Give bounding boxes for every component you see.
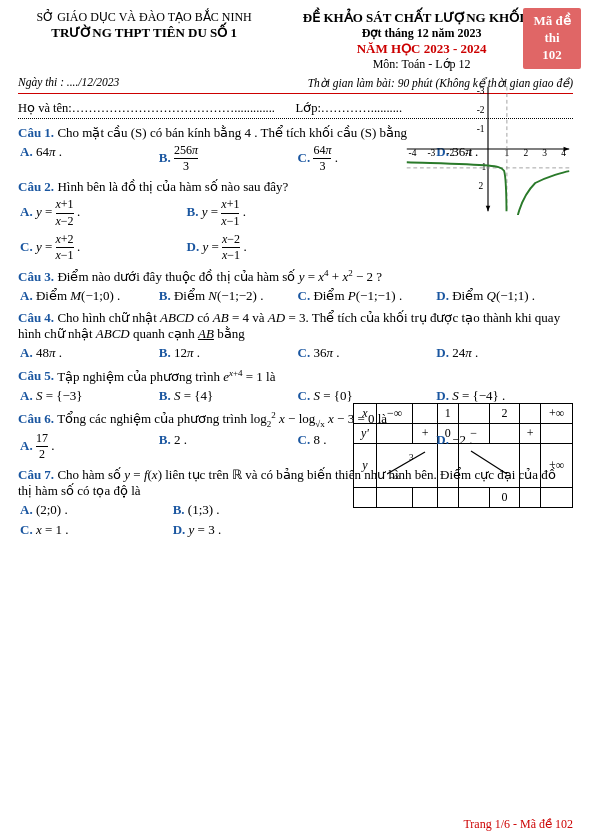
q5-optA: A. S = {−3} <box>18 387 157 405</box>
q2-label: Câu 2. <box>18 179 54 194</box>
q1-label: Câu 1. <box>18 125 54 140</box>
q5-optB: B. S = {4} <box>157 387 296 405</box>
svg-text:-1: -1 <box>477 124 485 134</box>
q1-text: Cho mặt cầu (S) có bán kính bằng 4 . Thể… <box>57 125 407 140</box>
svg-text:1: 1 <box>481 162 486 172</box>
q6-optC: C. 8 . <box>296 431 435 462</box>
q2-optA: A. y = x+1x−2 . <box>18 197 185 228</box>
q2-optB: B. y = x+1x−1 . <box>185 197 352 228</box>
page: SỞ GIÁO DỤC VÀ ĐÀO TẠO BẮC NINH TRƯỜNG T… <box>0 0 591 840</box>
q4-optA: A. 48π . <box>18 344 157 362</box>
q5-text: Tập nghiệm của phương trình ex+4 = 1 là <box>57 369 275 384</box>
q1-optA: A. 64π . <box>18 143 157 174</box>
footer-bar: Trang 1/6 - Mã đề 102 <box>463 817 573 832</box>
svg-text:-2: -2 <box>446 148 454 158</box>
header-left: SỞ GIÁO DỤC VÀ ĐÀO TẠO BẮC NINH TRƯỜNG T… <box>18 10 270 41</box>
q7-options: A. (2;0) . B. (1;3) . C. x = 1 . D. y = … <box>18 501 323 539</box>
q3-optB: B. Điểm N(−1;−2) . <box>157 287 296 305</box>
q4-text: Cho hình chữ nhật ABCD có AB = 4 và AD =… <box>18 310 560 341</box>
svg-marker-3 <box>486 206 491 212</box>
q3-text: Điểm nào dưới đây thuộc đồ thị của hàm s… <box>57 269 382 284</box>
q2-text: Hình bên là đồ thị của hàm số nào sau đâ… <box>57 179 288 194</box>
header: SỞ GIÁO DỤC VÀ ĐÀO TẠO BẮC NINH TRƯỜNG T… <box>18 10 573 72</box>
question-4: Câu 4. Cho hình chữ nhật ABCD có AB = 4 … <box>18 310 573 362</box>
q6-options: A. 172 . B. 2 . C. 8 . D. −2 . <box>18 431 573 462</box>
graph-q2: -4 -3 -2 -1 1 2 3 4 1 2 -1 -2 -3 <box>403 69 573 229</box>
svg-text:-1: -1 <box>465 148 473 158</box>
q7-optD: D. y = 3 . <box>171 521 324 539</box>
q4-label: Câu 4. <box>18 310 54 325</box>
school-label: TRƯỜNG THPT TIÊN DU SỐ 1 <box>18 25 270 41</box>
svg-text:-4: -4 <box>409 148 417 158</box>
question-3: Câu 3. Điểm nào dưới đây thuộc đồ thị củ… <box>18 268 573 305</box>
q5-label: Câu 5. <box>18 369 54 384</box>
q2-optC: C. y = x+2x−1 . <box>18 232 185 263</box>
ma-de-box: Mã đề thi 102 <box>523 8 581 69</box>
svg-text:4: 4 <box>561 148 566 158</box>
q7-label: Câu 7. <box>18 467 54 482</box>
q6-optB: B. 2 . <box>157 431 296 462</box>
q7-optC: C. x = 1 . <box>18 521 171 539</box>
ma-de-label: Mã đề thi <box>533 13 570 45</box>
q6-optA: A. 172 . <box>18 431 157 462</box>
dept-label: SỞ GIÁO DỤC VÀ ĐÀO TẠO BẮC NINH <box>18 10 270 25</box>
q4-optB: B. 12π . <box>157 344 296 362</box>
q4-optC: C. 36π . <box>296 344 435 362</box>
q7-optA: A. (2;0) . <box>18 501 171 519</box>
q3-optC: C. Điểm P(−1;−1) . <box>296 287 435 305</box>
q2-options: A. y = x+1x−2 . B. y = x+1x−1 . C. y = x… <box>18 197 351 263</box>
q3-optD: D. Điểm Q(−1;1) . <box>434 287 573 305</box>
q6-text: Tổng các nghiệm của phương trình log22 x… <box>57 411 387 426</box>
svg-text:3: 3 <box>542 148 547 158</box>
q5-options: A. S = {−3} B. S = {4} C. S = {0} D. S =… <box>18 387 573 405</box>
svg-text:-3: -3 <box>427 148 435 158</box>
svg-text:-2: -2 <box>477 105 485 115</box>
ho-ten-label: Họ và tên:…………………………………............. <box>18 100 296 116</box>
question-7: Câu 7. Cho hàm số y = f(x) liên tục trên… <box>18 467 573 539</box>
q4-options: A. 48π . B. 12π . C. 36π . D. 24π . <box>18 344 573 362</box>
q4-optD: D. 24π . <box>434 344 573 362</box>
q2-optD: D. y = x−2x−1 . <box>185 232 352 263</box>
date-left: Ngày thi : ..../12/2023 <box>18 76 119 90</box>
q1-optB: B. 256π3 <box>157 143 296 174</box>
q3-options: A. Điểm M(−1;0) . B. Điểm N(−1;−2) . C. … <box>18 287 573 305</box>
q7-optB: B. (1;3) . <box>171 501 324 519</box>
q6-optD: D. −2 . <box>434 431 573 462</box>
question-2: Câu 2. Hình bên là đồ thị của hàm số nào… <box>18 179 573 263</box>
q5-optD: D. S = {−4} . <box>434 387 573 405</box>
svg-text:2: 2 <box>479 181 484 191</box>
q2-graph-svg: -4 -3 -2 -1 1 2 3 4 1 2 -1 -2 -3 <box>403 69 573 229</box>
q3-label: Câu 3. <box>18 269 54 284</box>
svg-text:2: 2 <box>523 148 528 158</box>
question-5: Câu 5. Tập nghiệm của phương trình ex+4 … <box>18 367 573 404</box>
q6-label: Câu 6. <box>18 411 54 426</box>
page-info: Trang 1/6 - Mã đề 102 <box>463 817 573 831</box>
ma-de-number: 102 <box>542 47 562 62</box>
svg-text:-3: -3 <box>477 87 485 97</box>
q5-optC: C. S = {0} <box>296 387 435 405</box>
q3-optA: A. Điểm M(−1;0) . <box>18 287 157 305</box>
